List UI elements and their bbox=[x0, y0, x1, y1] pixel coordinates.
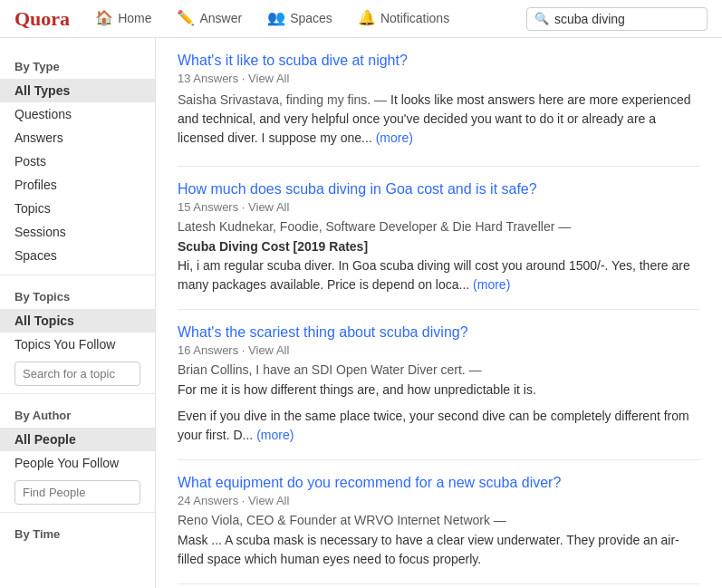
nav-home[interactable]: 🏠 Home bbox=[84, 0, 162, 38]
content-area: What's it like to scuba dive at night? 1… bbox=[156, 38, 722, 588]
by-time-title: By Time bbox=[0, 520, 155, 546]
result-title-3[interactable]: What's the scariest thing about scuba di… bbox=[178, 324, 468, 340]
by-type-title: By Type bbox=[0, 53, 155, 79]
nav-answer[interactable]: ✏️ Answer bbox=[166, 0, 253, 38]
result-viewall-1[interactable]: View All bbox=[248, 72, 289, 85]
result-more-2[interactable]: (more) bbox=[473, 277, 510, 292]
topic-search-input[interactable] bbox=[14, 361, 140, 386]
sidebar-item-posts[interactable]: Posts bbox=[0, 149, 155, 173]
result-meta-1: 13 Answers · View All bbox=[178, 72, 700, 85]
answer-icon: ✏️ bbox=[177, 9, 195, 26]
sidebar-item-all-types[interactable]: All Types bbox=[0, 79, 155, 102]
home-icon: 🏠 bbox=[95, 9, 113, 26]
header: Quora 🏠 Home ✏️ Answer 👥 Spaces 🔔 Notifi… bbox=[0, 0, 722, 38]
search-icon: 🔍 bbox=[534, 12, 549, 25]
result-meta-2: 15 Answers · View All bbox=[178, 200, 700, 214]
result-separator-2: · bbox=[242, 200, 248, 214]
people-search-input[interactable] bbox=[14, 480, 140, 505]
nav-spaces[interactable]: 👥 Spaces bbox=[256, 0, 343, 38]
result-title-4[interactable]: What equipment do you recommend for a ne… bbox=[178, 475, 561, 490]
divider-3 bbox=[0, 512, 155, 513]
result-snippet-3b: Even if you dive in the same place twice… bbox=[178, 407, 700, 445]
result-author-2: Latesh Kudnekar, Foodie, Software Develo… bbox=[178, 219, 700, 234]
sidebar-item-people-you-follow[interactable]: People You Follow bbox=[0, 451, 155, 475]
result-item-3: What's the scariest thing about scuba di… bbox=[178, 310, 700, 460]
result-meta-3: 16 Answers · View All bbox=[178, 343, 700, 357]
result-answers-3: 16 Answers bbox=[178, 343, 238, 357]
sidebar: By Type All Types Questions Answers Post… bbox=[0, 38, 156, 588]
result-item-2: How much does scuba diving in Goa cost a… bbox=[178, 167, 700, 310]
sidebar-item-questions[interactable]: Questions bbox=[0, 102, 155, 126]
result-item-1: What's it like to scuba dive at night? 1… bbox=[178, 38, 700, 167]
result-viewall-2[interactable]: View All bbox=[248, 200, 289, 214]
result-snippet-3a: For me it is how different things are, a… bbox=[178, 381, 700, 400]
result-separator-4: · bbox=[242, 494, 248, 507]
result-meta-4: 24 Answers · View All bbox=[178, 494, 700, 507]
main-layout: By Type All Types Questions Answers Post… bbox=[0, 38, 722, 588]
sidebar-item-spaces[interactable]: Spaces bbox=[0, 244, 155, 267]
sidebar-item-topics[interactable]: Topics bbox=[0, 197, 155, 220]
result-more-3[interactable]: (more) bbox=[256, 428, 294, 442]
result-snippet-2: Hi, i am regular scuba diver. In Goa scu… bbox=[178, 256, 700, 294]
nav-home-label: Home bbox=[118, 11, 151, 25]
result-title-2[interactable]: How much does scuba diving in Goa cost a… bbox=[178, 181, 537, 197]
result-separator-3: · bbox=[242, 343, 248, 357]
sidebar-item-all-topics[interactable]: All Topics bbox=[0, 309, 155, 333]
result-title-1[interactable]: What's it like to scuba dive at night? bbox=[178, 53, 408, 68]
search-input[interactable] bbox=[554, 12, 699, 26]
result-answers-2: 15 Answers bbox=[178, 200, 238, 214]
spaces-icon: 👥 bbox=[267, 9, 285, 26]
nav-answer-label: Answer bbox=[199, 11, 242, 25]
result-viewall-3[interactable]: View All bbox=[248, 343, 289, 357]
sidebar-item-topics-you-follow[interactable]: Topics You Follow bbox=[0, 333, 155, 356]
by-topics-title: By Topics bbox=[0, 283, 155, 309]
result-more-1[interactable]: (more) bbox=[376, 130, 413, 145]
nav-notifications[interactable]: 🔔 Notifications bbox=[347, 0, 460, 38]
sidebar-item-all-people[interactable]: All People bbox=[0, 428, 155, 451]
divider-2 bbox=[0, 393, 155, 394]
result-bold-2: Scuba Diving Cost [2019 Rates] bbox=[178, 237, 700, 256]
result-author-4: Reno Viola, CEO & Founder at WRVO Intern… bbox=[178, 513, 700, 527]
result-answers-4: 24 Answers bbox=[178, 494, 238, 507]
search-box: 🔍 bbox=[526, 7, 708, 31]
result-answers-1: 13 Answers bbox=[178, 72, 238, 85]
logo[interactable]: Quora bbox=[14, 7, 70, 31]
result-author-1: Saisha Srivastava, finding my fins. — It… bbox=[178, 91, 700, 148]
result-item-4: What equipment do you recommend for a ne… bbox=[178, 460, 700, 584]
sidebar-item-sessions[interactable]: Sessions bbox=[0, 220, 155, 244]
sidebar-item-answers[interactable]: Answers bbox=[0, 126, 155, 149]
result-author-3: Brian Collins, I have an SDI Open Water … bbox=[178, 362, 700, 377]
sidebar-item-profiles[interactable]: Profiles bbox=[0, 173, 155, 197]
result-snippet-4: Mask ... A scuba mask is necessary to ha… bbox=[178, 531, 700, 569]
result-viewall-4[interactable]: View All bbox=[248, 494, 289, 507]
divider-1 bbox=[0, 275, 155, 275]
nav-notifications-label: Notifications bbox=[380, 11, 449, 25]
nav-spaces-label: Spaces bbox=[290, 11, 332, 25]
notifications-icon: 🔔 bbox=[358, 9, 376, 26]
result-separator-1: · bbox=[242, 72, 248, 85]
by-author-title: By Author bbox=[0, 401, 155, 428]
